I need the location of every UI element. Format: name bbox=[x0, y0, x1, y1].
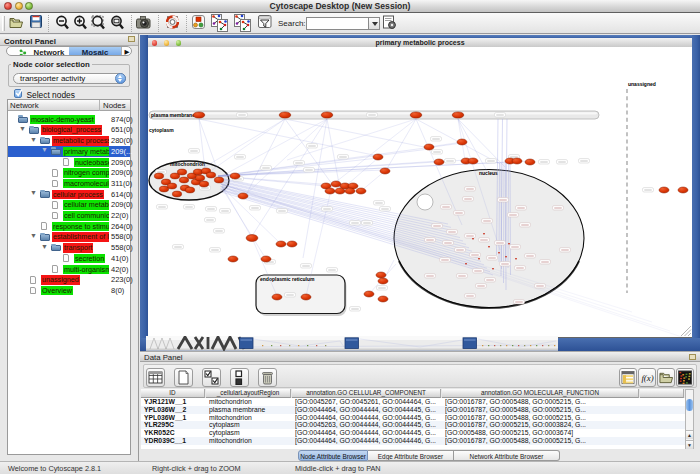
svg-text:cytoplasm: cytoplasm bbox=[149, 127, 174, 133]
svg-text:f(x): f(x) bbox=[641, 373, 653, 383]
svg-text:unassigned: unassigned bbox=[628, 81, 656, 87]
svg-text:nucleus: nucleus bbox=[479, 170, 498, 176]
svg-text:endoplasmic reticulum: endoplasmic reticulum bbox=[260, 276, 315, 282]
svg-text:plasma membrane: plasma membrane bbox=[151, 112, 195, 118]
svg-text:mitochondrion: mitochondrion bbox=[170, 161, 205, 167]
